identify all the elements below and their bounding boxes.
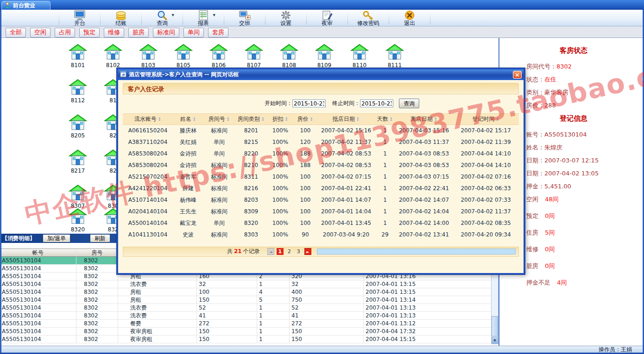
page-button-3[interactable]: 3 bbox=[295, 248, 302, 255]
info-row: 押金不足4间 bbox=[526, 279, 639, 287]
guest-record-row[interactable]: A1041130104史波标准间8303100%902007-03-04 9:2… bbox=[123, 229, 519, 241]
start-date-input[interactable] bbox=[292, 99, 326, 107]
toolbar-button-query[interactable]: ▼查询 bbox=[142, 10, 182, 26]
scroll-down-icon[interactable]: ▼ bbox=[492, 337, 498, 344]
record-cell: 杨伟峰 bbox=[173, 194, 203, 206]
scroll-thumb[interactable] bbox=[492, 316, 498, 336]
filter-tab-全部[interactable]: 全部 bbox=[6, 28, 26, 37]
dropdown-arrow-icon: ▼ bbox=[213, 13, 215, 17]
toolbar-button-exit[interactable]: 退出 bbox=[390, 10, 429, 26]
refresh-button[interactable]: 刷新 bbox=[90, 234, 110, 242]
column-header-流水账号[interactable]: 流水账号↕ bbox=[123, 114, 173, 125]
consume-row[interactable]: A55051301048302洗衣费411412007-04-01 13:13 bbox=[0, 312, 492, 320]
room-8103[interactable]: 8103 bbox=[138, 44, 158, 68]
filter-tab-维修[interactable]: 维修 bbox=[104, 28, 124, 37]
filter-tab-单间[interactable]: 单间 bbox=[183, 28, 204, 37]
page-button-1[interactable]: 1 bbox=[277, 248, 284, 255]
field-label: 房价： bbox=[526, 102, 544, 109]
consume-row[interactable]: A55051301048302餐费27212722007-04-01 13:12 bbox=[0, 320, 492, 328]
title-tab[interactable]: 前台营业 bbox=[1, 1, 51, 10]
room-8205[interactable]: 8205 bbox=[68, 114, 88, 139]
change-password-icon bbox=[362, 10, 374, 20]
guest-record-row[interactable]: A3837110204吴红娟单间8215100%1202007-04-02 11… bbox=[123, 137, 519, 148]
toolbar-separator bbox=[100, 11, 101, 25]
room-8105[interactable]: 8105 bbox=[173, 44, 194, 68]
filter-tab-占用[interactable]: 占用 bbox=[55, 28, 75, 37]
add-remove-order-button[interactable]: 加/退单 bbox=[43, 234, 70, 242]
toolbar-button-checkout[interactable]: 结账 bbox=[101, 10, 141, 26]
close-icon[interactable]: × bbox=[513, 71, 522, 79]
guest-record-row[interactable]: A4241220104薛建标准间8216100%1002007-04-01 22… bbox=[123, 183, 519, 194]
filter-tab-预定[interactable]: 预定 bbox=[79, 28, 100, 37]
record-cell: 薛建 bbox=[173, 183, 203, 194]
consume-row[interactable]: A55051301048302夜审房租15011502007-04-04 15:… bbox=[0, 335, 492, 343]
column-header-登记时间[interactable]: 登记时间↕ bbox=[453, 114, 519, 125]
room-8110[interactable]: 8110 bbox=[349, 44, 370, 68]
record-cell: 2007-04-03 11:37 bbox=[395, 137, 453, 148]
consume-cell: 洗衣费 bbox=[118, 280, 197, 288]
guest-record-row[interactable]: A0204140104王先生标准间8309100%1002007-04-01 1… bbox=[123, 206, 519, 217]
room-8106[interactable]: 8106 bbox=[208, 44, 229, 68]
room-8320[interactable]: 8320 bbox=[68, 208, 88, 233]
consume-row[interactable]: A55051301048302房租10044002007-04-01 13:15 bbox=[0, 288, 492, 296]
room-8112[interactable]: 8112 bbox=[68, 79, 88, 104]
consume-row[interactable]: A55051301048302房租15057502007-04-01 13:14 bbox=[0, 296, 492, 304]
room-8217[interactable]: 8217 bbox=[68, 149, 88, 174]
column-header-抵店日期[interactable]: 抵店日期↕ bbox=[317, 114, 375, 125]
guest-record-row[interactable]: A5853080204金诗招标准间8210100%1882007-04-02 0… bbox=[123, 160, 519, 171]
consume-cell: 272 bbox=[197, 320, 257, 327]
room-8111[interactable]: 8111 bbox=[385, 44, 405, 68]
toolbar-button-open-table[interactable]: 开台 bbox=[60, 10, 100, 26]
consume-cell: 150 bbox=[197, 335, 257, 343]
room-8107[interactable]: 8107 bbox=[244, 44, 264, 68]
toolbar-button-night-audit[interactable]: 夜审 bbox=[307, 10, 347, 26]
guest-record-row[interactable]: A5500140104戴宝龙单间8320100%1002007-04-01 13… bbox=[123, 217, 519, 229]
column-header-折扣[interactable]: 折扣↕ bbox=[267, 114, 293, 125]
filter-tab-标准间[interactable]: 标准间 bbox=[153, 28, 179, 37]
record-cell: 8216 bbox=[235, 183, 267, 194]
field-label: 脏房 bbox=[526, 262, 538, 269]
window-title: 前台营业 bbox=[13, 2, 35, 10]
query-button[interactable]: 查询 bbox=[399, 99, 419, 108]
column-header-房价[interactable]: 房价↕ bbox=[293, 114, 317, 125]
column-header-姓名[interactable]: 姓名↕ bbox=[173, 114, 203, 125]
filter-tab-脏房[interactable]: 脏房 bbox=[128, 28, 149, 37]
shift-change-icon bbox=[239, 10, 251, 20]
toolbar-button-shift-change[interactable]: 交班 bbox=[225, 10, 265, 26]
page-button-2[interactable]: 2 bbox=[286, 248, 293, 255]
guest-record-row[interactable]: A5107140104杨伟峰标准间8203100%1002007-04-01 1… bbox=[123, 194, 519, 206]
toolbar-button-settings[interactable]: 设置 bbox=[266, 10, 306, 26]
record-cell: A0204140104 bbox=[123, 206, 173, 217]
room-8307[interactable]: 8307 bbox=[68, 185, 88, 209]
filter-tab-空闲[interactable]: 空闲 bbox=[30, 28, 51, 37]
record-cell: 90 bbox=[293, 229, 317, 241]
consume-cell: 1 bbox=[257, 328, 290, 335]
room-8101[interactable]: 8101 bbox=[68, 44, 88, 68]
room-8108[interactable]: 8108 bbox=[279, 44, 299, 68]
prev-page-button[interactable]: ◄ bbox=[267, 248, 274, 255]
guest-record-row[interactable]: A5853080204金诗招单间8220100%1882007-04-02 08… bbox=[123, 148, 519, 160]
column-header-房间类别[interactable]: 房间类别↕ bbox=[235, 114, 267, 125]
room-8109[interactable]: 8109 bbox=[314, 44, 335, 68]
toolbar-button-report[interactable]: ▼报表 bbox=[183, 10, 223, 26]
dialog-titlebar[interactable]: e 酒店管理系统->客户入住查询 -- 网页对话框 × bbox=[118, 69, 524, 80]
consume-row[interactable]: A55051301048302洗衣费521522007-04-01 13:13 bbox=[0, 304, 492, 312]
next-page-button[interactable]: ► bbox=[304, 248, 311, 255]
toolbar-separator bbox=[141, 11, 142, 25]
end-date-input[interactable] bbox=[360, 99, 393, 107]
consume-row[interactable]: A55051301048302夜审房租15011502007-04-04 17:… bbox=[0, 328, 492, 335]
filter-tab-套房[interactable]: 套房 bbox=[208, 28, 228, 37]
room-8102[interactable]: 8102 bbox=[103, 44, 123, 68]
record-cell: 2007-04-03 15:16 bbox=[395, 125, 453, 137]
column-header-天数[interactable]: 天数↕ bbox=[375, 114, 395, 125]
record-cell: 2007-04-02 15:17 bbox=[453, 125, 519, 137]
record-cell: 100% bbox=[267, 183, 293, 194]
info-row: 日期：2007-04-02 13:05 bbox=[526, 169, 639, 178]
column-header-房间号[interactable]: 房间号↕ bbox=[203, 114, 235, 125]
consume-cell: 150 bbox=[197, 328, 257, 335]
column-header-离店日期[interactable]: 离店日期↕ bbox=[395, 114, 453, 125]
toolbar-button-change-password[interactable]: 修改密码 bbox=[348, 10, 388, 26]
guest-record-row[interactable]: A0616150204滕庆林标准间8201100%1002007-04-02 1… bbox=[123, 125, 519, 137]
guest-record-row[interactable]: A5215070204秦晋军标准间8311100%1002007-04-02 0… bbox=[123, 171, 519, 183]
consume-row[interactable]: A55051301048302洗衣费321322007-04-01 13:15 bbox=[0, 280, 492, 288]
